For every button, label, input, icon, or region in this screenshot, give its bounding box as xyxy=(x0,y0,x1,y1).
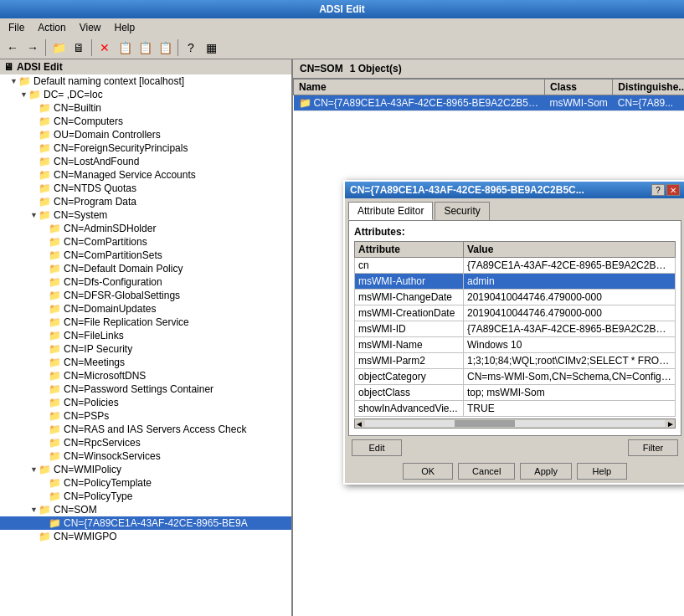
attr-name: msWMI-ChangeDate xyxy=(355,290,464,305)
attribute-dialog: CN={7A89CE1A-43AF-42CE-8965-BE9A2C2B5C..… xyxy=(343,180,684,485)
dialog-close-button[interactable]: ✕ xyxy=(666,184,680,196)
attr-value: TRUE xyxy=(464,401,676,417)
list-item[interactable]: objectCategory CN=ms-WMI-Som,CN=Schema,C… xyxy=(355,369,676,385)
help-dialog-button[interactable]: Help xyxy=(577,463,627,480)
dialog-title-text: CN={7A89CE1A-43AF-42CE-8965-BE9A2C2B5C..… xyxy=(350,184,651,196)
attr-value: {7A89CE1A-43AF-42CE-8965-BE9A2C2B5C91} xyxy=(464,321,676,337)
attr-name: msWMI-Author xyxy=(355,274,464,290)
attr-value: top; msWMI-Som xyxy=(464,385,676,401)
col-value[interactable]: Value xyxy=(464,242,676,258)
attr-name: msWMI-ID xyxy=(355,321,464,337)
cancel-button[interactable]: Cancel xyxy=(458,463,515,480)
attr-name: msWMI-Parm2 xyxy=(355,353,464,369)
list-item[interactable]: msWMI-ChangeDate 20190410044746.479000-0… xyxy=(355,290,676,305)
dialog-buttons: OK Cancel Apply Help xyxy=(345,459,684,483)
list-item[interactable]: cn {7A89CE1A-43AF-42CE-8965-BE9A2C2B5C91… xyxy=(355,258,676,274)
list-item[interactable]: msWMI-Name Windows 10 xyxy=(355,337,676,353)
list-item[interactable]: msWMI-ID {7A89CE1A-43AF-42CE-8965-BE9A2C… xyxy=(355,321,676,337)
attr-name: objectClass xyxy=(355,385,464,401)
attr-value: CN=ms-WMI-Som,CN=Schema,CN=Configuratio xyxy=(464,369,676,385)
attr-value: {7A89CE1A-43AF-42CE-8965-BE9A2C2B5C91} xyxy=(464,258,676,274)
attr-value: 1;3;10;84;WQL;root\CIMv2;SELECT * FROM W xyxy=(464,353,676,369)
list-item[interactable]: msWMI-CreationDate 20190410044746.479000… xyxy=(355,305,676,321)
edit-button[interactable]: Edit xyxy=(352,439,402,456)
attr-name: cn xyxy=(355,258,464,274)
dialog-controls: ? ✕ xyxy=(651,184,680,196)
attr-value: 20190410044746.479000-000 xyxy=(464,290,676,305)
edit-filter-row: Edit Filter xyxy=(345,439,684,459)
attr-value: Windows 10 xyxy=(464,337,676,353)
scroll-right-btn[interactable]: ► xyxy=(666,419,675,429)
dialog-overlay: CN={7A89CE1A-43AF-42CE-8965-BE9A2C2B5C..… xyxy=(0,0,684,616)
attr-name: objectCategory xyxy=(355,369,464,385)
attrs-table-body: cn {7A89CE1A-43AF-42CE-8965-BE9A2C2B5C91… xyxy=(355,258,676,417)
tab-security[interactable]: Security xyxy=(435,202,489,220)
apply-button[interactable]: Apply xyxy=(520,463,572,480)
list-item[interactable]: msWMI-Parm2 1;3;10;84;WQL;root\CIMv2;SEL… xyxy=(355,353,676,369)
list-item[interactable]: msWMI-Author admin xyxy=(355,274,676,290)
tab-attribute-editor[interactable]: Attribute Editor xyxy=(348,202,433,220)
scroll-left-btn[interactable]: ◄ xyxy=(355,419,363,429)
attr-value: admin xyxy=(464,274,676,290)
dialog-content: Attributes: Attribute Value cn {7A89CE1A… xyxy=(348,220,681,436)
tab-bar: Attribute Editor Security xyxy=(345,198,684,220)
attrs-table: Attribute Value cn {7A89CE1A-43AF-42CE-8… xyxy=(354,241,676,417)
attr-name: msWMI-CreationDate xyxy=(355,305,464,321)
filter-button[interactable]: Filter xyxy=(628,439,678,456)
ok-button[interactable]: OK xyxy=(403,463,453,480)
attr-value: 20190410044746.479000-000 xyxy=(464,305,676,321)
dialog-title-bar: CN={7A89CE1A-43AF-42CE-8965-BE9A2C2B5C..… xyxy=(345,182,684,198)
col-attribute[interactable]: Attribute xyxy=(355,242,464,258)
attr-name: showInAdvancedVie... xyxy=(355,401,464,417)
dialog-help-button[interactable]: ? xyxy=(651,184,665,196)
attr-name: msWMI-Name xyxy=(355,337,464,353)
attrs-label: Attributes: xyxy=(354,226,676,238)
scrollbar-track[interactable] xyxy=(365,420,665,427)
scrollbar-thumb[interactable] xyxy=(455,420,515,427)
horizontal-scrollbar[interactable]: ◄ ► xyxy=(354,418,676,429)
list-item[interactable]: objectClass top; msWMI-Som xyxy=(355,385,676,401)
list-item[interactable]: showInAdvancedVie... TRUE xyxy=(355,401,676,417)
